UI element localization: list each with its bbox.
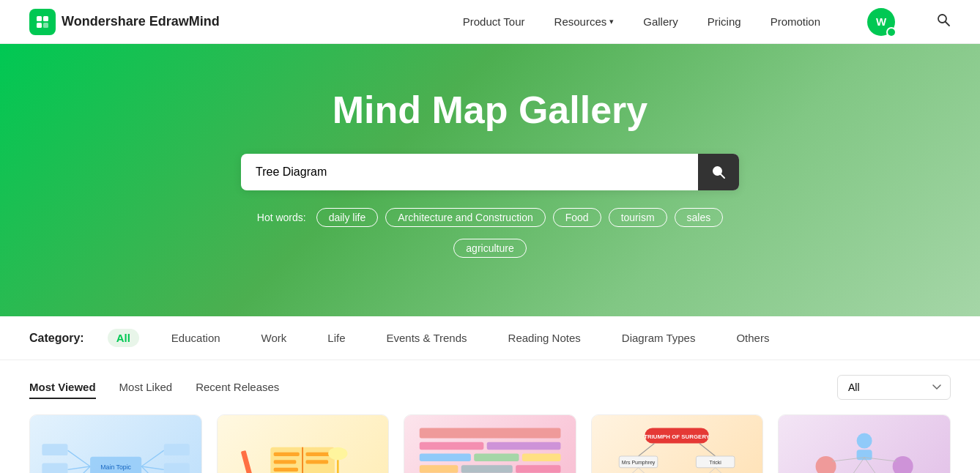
svg-rect-38 <box>474 453 519 461</box>
svg-line-51 <box>699 443 716 456</box>
card-5[interactable] <box>778 414 951 473</box>
svg-rect-13 <box>163 463 189 473</box>
svg-rect-11 <box>163 444 189 455</box>
navbar: Wondershare EdrawMind Product Tour Resou… <box>0 0 980 44</box>
category-all[interactable]: All <box>108 329 139 347</box>
svg-rect-42 <box>516 465 560 473</box>
card-5-thumb <box>779 415 950 473</box>
hot-tag-tourism[interactable]: tourism <box>609 208 667 227</box>
svg-text:Tricki: Tricki <box>710 460 722 465</box>
tab-most-liked[interactable]: Most Liked <box>119 376 173 399</box>
svg-line-14 <box>141 466 164 473</box>
search-button-icon <box>711 165 726 179</box>
avatar[interactable]: W <box>867 8 895 36</box>
hero-section: Mind Map Gallery Hot words: daily life A… <box>0 44 980 316</box>
nav-resources[interactable]: Resources ▾ <box>554 15 615 28</box>
svg-rect-19 <box>42 463 67 473</box>
svg-point-76 <box>893 456 913 473</box>
cards-grid: Main Topic <box>0 414 980 473</box>
avatar-badge <box>886 27 897 37</box>
card-3[interactable]: องค์ประกอบของการสื่อสาร <box>404 414 576 473</box>
svg-rect-25 <box>274 460 297 463</box>
svg-rect-72 <box>857 450 872 460</box>
svg-rect-36 <box>487 442 561 450</box>
svg-point-29 <box>328 447 347 461</box>
svg-text:TRIUMPH OF SURGERY: TRIUMPH OF SURGERY <box>645 433 711 440</box>
search-input[interactable] <box>241 154 739 190</box>
search-bar-container <box>241 154 739 190</box>
svg-line-10 <box>141 450 164 466</box>
svg-line-80 <box>852 458 865 473</box>
filter-dropdown[interactable]: All Education Work Life Events & Trends … <box>837 375 951 400</box>
svg-line-58 <box>703 468 716 473</box>
search-icon[interactable] <box>936 12 951 31</box>
nav-product-tour[interactable]: Product Tour <box>463 15 525 28</box>
category-reading-notes[interactable]: Reading Notes <box>500 329 590 347</box>
category-education[interactable]: Education <box>163 329 229 347</box>
svg-rect-32 <box>241 450 254 473</box>
nav-pricing[interactable]: Pricing <box>708 15 741 28</box>
card-1[interactable]: Main Topic <box>29 414 202 473</box>
nav-gallery[interactable]: Gallery <box>643 15 678 28</box>
svg-rect-0 <box>37 16 42 21</box>
svg-rect-17 <box>42 444 67 455</box>
hot-words-row2: agriculture <box>29 239 951 258</box>
svg-rect-27 <box>306 452 332 456</box>
brand-name: Wondershare EdrawMind <box>62 14 220 29</box>
svg-line-7 <box>721 174 725 179</box>
svg-rect-28 <box>306 460 329 463</box>
svg-line-50 <box>639 443 655 456</box>
tab-recent-releases[interactable]: Recent Releases <box>196 376 279 399</box>
hero-title: Mind Map Gallery <box>29 88 951 132</box>
svg-line-16 <box>67 450 90 466</box>
svg-rect-24 <box>274 452 300 456</box>
logo-icon <box>29 9 56 35</box>
svg-line-81 <box>864 458 877 473</box>
card-1-thumb: Main Topic <box>30 415 201 473</box>
svg-rect-41 <box>461 465 513 473</box>
svg-text:Main Topic: Main Topic <box>100 463 131 471</box>
svg-line-56 <box>626 468 639 473</box>
nav-promotion[interactable]: Promotion <box>771 15 820 28</box>
category-bar: Category: All Education Work Life Events… <box>0 316 980 360</box>
hot-tag-agriculture[interactable]: agriculture <box>453 239 526 258</box>
chevron-down-icon: ▾ <box>609 17 614 26</box>
card-2-thumb <box>218 415 389 473</box>
category-life[interactable]: Life <box>319 329 354 347</box>
svg-line-57 <box>639 468 652 473</box>
hot-tag-sales[interactable]: sales <box>675 208 724 227</box>
svg-line-59 <box>716 468 729 473</box>
search-button[interactable] <box>698 154 739 190</box>
category-diagram-types[interactable]: Diagram Types <box>613 329 705 347</box>
card-3-thumb <box>404 415 576 473</box>
svg-rect-2 <box>37 23 42 28</box>
hot-words-container: Hot words: daily life Architecture and C… <box>29 208 951 227</box>
filter-dropdown-wrapper: All Education Work Life Events & Trends … <box>837 375 951 400</box>
svg-rect-37 <box>420 453 471 461</box>
svg-rect-26 <box>274 468 298 472</box>
svg-rect-35 <box>420 442 484 450</box>
hot-tag-daily-life[interactable]: daily life <box>316 208 379 227</box>
category-events-trends[interactable]: Events & Trends <box>378 329 476 347</box>
hot-words-label: Hot words: <box>257 212 306 223</box>
hot-tag-architecture[interactable]: Architecture and Construction <box>385 208 545 227</box>
svg-line-5 <box>946 22 950 26</box>
card-4-thumb: TRIUMPH OF SURGERY Mrs Pumphrey Tricki L… <box>592 415 763 473</box>
category-others[interactable]: Others <box>727 329 778 347</box>
svg-rect-34 <box>420 428 561 438</box>
hot-tag-food[interactable]: Food <box>553 208 601 227</box>
svg-rect-3 <box>43 23 48 28</box>
tabs-row: Most Viewed Most Liked Recent Releases A… <box>0 375 980 400</box>
logo-link[interactable]: Wondershare EdrawMind <box>29 9 220 35</box>
svg-text:Mrs Pumphrey: Mrs Pumphrey <box>622 460 656 466</box>
category-work[interactable]: Work <box>253 329 296 347</box>
nav-links: Product Tour Resources ▾ Gallery Pricing… <box>463 8 951 36</box>
card-2[interactable]: Education is the most powerful weapon <box>217 414 390 473</box>
svg-line-20 <box>67 466 90 473</box>
svg-point-71 <box>857 433 872 448</box>
tab-most-viewed[interactable]: Most Viewed <box>29 376 96 399</box>
category-label: Category: <box>29 332 84 345</box>
card-4[interactable]: TRIUMPH OF SURGERY Mrs Pumphrey Tricki L… <box>591 414 764 473</box>
svg-rect-40 <box>420 465 459 473</box>
svg-point-73 <box>816 456 836 473</box>
